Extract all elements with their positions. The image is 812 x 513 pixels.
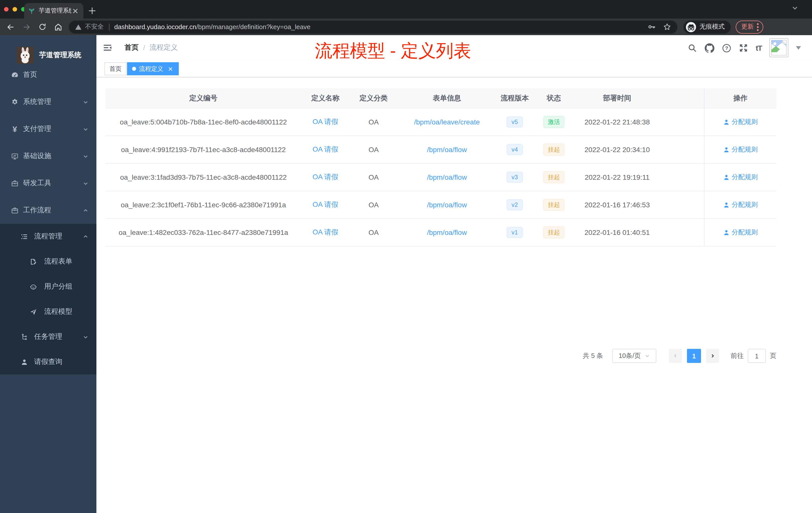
sidebar-item-home[interactable]: 首页 — [0, 61, 96, 88]
chevron-down-icon — [83, 180, 88, 186]
sidebar-item-workflow[interactable]: 工作流程 — [0, 197, 96, 224]
user-icon — [21, 358, 28, 366]
status-badge: 挂起 — [543, 144, 564, 156]
column-header: 流程版本 — [496, 88, 533, 108]
fullscreen-icon[interactable] — [739, 43, 748, 53]
browser-menu-update-button[interactable]: 更新 — [736, 20, 763, 33]
svg-text:?: ? — [725, 45, 728, 51]
page-size-select[interactable]: 10条/页 — [612, 349, 656, 363]
sidebar-item-process-management[interactable]: 流程管理 — [0, 224, 96, 249]
version-badge: v2 — [506, 199, 523, 210]
definition-name-link[interactable]: OA 请假 — [313, 145, 339, 154]
tag-process-definition[interactable]: 流程定义 — [127, 62, 179, 75]
definition-category: OA — [349, 219, 398, 246]
security-label[interactable]: 不安全 — [85, 23, 104, 31]
tag-label: 流程定义 — [139, 64, 163, 73]
sidebar-item-label: 基础设施 — [23, 152, 51, 161]
url-domain[interactable]: dashboard.yudao.iocoder.cn — [114, 23, 196, 31]
gear-icon — [11, 98, 19, 105]
sidebar-item-task-management[interactable]: 任务管理 — [0, 324, 96, 350]
back-icon[interactable] — [6, 22, 15, 31]
sidebar-menu: 首页 系统管理 ¥ 支付管理 基础设施 — [0, 61, 96, 374]
favicon — [28, 7, 35, 14]
address-bar[interactable]: 不安全 dashboard.yudao.iocoder.cn/bpm/manag… — [69, 20, 677, 33]
form-link[interactable]: /bpm/oa/leave/create — [414, 118, 480, 126]
update-label: 更新 — [741, 23, 754, 31]
prev-page-button[interactable] — [669, 349, 682, 363]
font-size-icon[interactable]: tT — [756, 43, 762, 52]
tag-home[interactable]: 首页 — [105, 62, 126, 75]
hamburger-icon[interactable] — [103, 43, 113, 53]
next-page-button[interactable] — [706, 349, 719, 363]
tab-close-icon[interactable] — [71, 7, 79, 15]
bookmark-star-icon[interactable] — [663, 23, 671, 31]
sidebar-item-system[interactable]: 系统管理 — [0, 88, 96, 116]
definition-name-link[interactable]: OA 请假 — [313, 117, 339, 126]
reload-icon[interactable] — [38, 23, 47, 31]
person-icon — [723, 119, 730, 125]
browser-toolbar: 不安全 dashboard.yudao.iocoder.cn/bpm/manag… — [0, 19, 812, 35]
deploy-time: 2022-01-22 20:34:10 — [575, 136, 660, 163]
new-tab-button[interactable] — [86, 5, 97, 16]
sidebar-item-label: 请假查询 — [34, 357, 62, 366]
close-window-button[interactable] — [4, 7, 8, 11]
sidebar-item-infrastructure[interactable]: 基础设施 — [0, 143, 96, 170]
github-icon[interactable] — [704, 43, 714, 53]
breadcrumb-home[interactable]: 首页 — [124, 43, 139, 52]
app-title: 芋道管理系统 — [39, 51, 81, 60]
sidebar-item-process-model[interactable]: 流程模型 — [0, 299, 96, 324]
chevron-down-icon — [83, 99, 88, 105]
table-row: oa_leave:5:004b710b-7b8a-11ec-8ef0-acde4… — [106, 109, 776, 136]
tab-search-icon[interactable] — [792, 5, 798, 11]
forward-icon[interactable] — [22, 22, 31, 31]
assign-rule-link[interactable]: 分配规则 — [723, 228, 758, 237]
sidebar-item-label: 首页 — [23, 70, 37, 79]
page-unit-label: 页 — [770, 351, 776, 360]
goto-page-input[interactable] — [748, 349, 766, 363]
avatar[interactable] — [769, 38, 788, 57]
pagination: 共 5 条 10条/页 1 前往 页 — [106, 349, 776, 363]
sidebar-item-process-form[interactable]: 流程表单 — [0, 249, 96, 274]
breadcrumb-separator: / — [143, 44, 145, 52]
definition-name-link[interactable]: OA 请假 — [313, 228, 339, 237]
form-link[interactable]: /bpm/oa/flow — [427, 173, 467, 181]
minimize-window-button[interactable] — [12, 7, 17, 11]
annotation-title: 流程模型 - 定义列表 — [315, 39, 471, 63]
status-badge: 挂起 — [543, 171, 564, 183]
sidebar-item-label: 用户分组 — [44, 282, 72, 291]
paper-plane-icon — [30, 308, 37, 315]
column-header-spacer — [660, 88, 704, 108]
definition-name-link[interactable]: OA 请假 — [313, 173, 339, 182]
home-icon[interactable] — [54, 22, 63, 31]
version-badge: v4 — [506, 144, 523, 155]
help-icon[interactable]: ? — [722, 43, 731, 53]
page-number-current[interactable]: 1 — [687, 349, 701, 363]
workflow-submenu: 流程管理 流程表单 用户分组 — [0, 224, 96, 374]
browser-tab[interactable]: 芋道管理系统 — [24, 3, 83, 19]
search-icon[interactable] — [688, 43, 697, 53]
table-header-row: 定义编号 定义名称 定义分类 表单信息 流程版本 状态 部署时间 操作 — [106, 88, 776, 109]
sidebar-item-user-group[interactable]: 用户分组 — [0, 274, 96, 299]
password-key-icon[interactable] — [647, 23, 656, 31]
tag-close-icon[interactable] — [167, 65, 174, 72]
column-header: 表单信息 — [398, 88, 496, 108]
incognito-badge: 无痕模式 — [684, 20, 731, 33]
definition-name-link[interactable]: OA 请假 — [313, 200, 339, 209]
assign-rule-link[interactable]: 分配规则 — [723, 117, 758, 126]
sidebar-item-leave-query[interactable]: 请假查询 — [0, 350, 96, 374]
caret-down-icon[interactable] — [796, 46, 801, 50]
form-link[interactable]: /bpm/oa/flow — [427, 201, 467, 209]
deploy-time: 2022-01-22 19:19:11 — [575, 163, 660, 191]
url-path[interactable]: /bpm/manager/definition?key=oa_leave — [196, 23, 311, 31]
form-link[interactable]: /bpm/oa/flow — [427, 229, 467, 236]
form-link[interactable]: /bpm/oa/flow — [427, 146, 467, 154]
assign-rule-link[interactable]: 分配规则 — [723, 145, 758, 154]
incognito-label: 无痕模式 — [699, 23, 725, 31]
assign-rule-link[interactable]: 分配规则 — [723, 173, 758, 182]
tree-list-icon — [21, 233, 28, 240]
assign-rule-link[interactable]: 分配规则 — [723, 200, 758, 209]
security-warning-icon[interactable] — [75, 23, 82, 30]
sidebar-item-payment[interactable]: ¥ 支付管理 — [0, 116, 96, 143]
deploy-time: 2022-01-22 21:48:38 — [575, 109, 660, 135]
sidebar-item-devtools[interactable]: 研发工具 — [0, 170, 96, 197]
